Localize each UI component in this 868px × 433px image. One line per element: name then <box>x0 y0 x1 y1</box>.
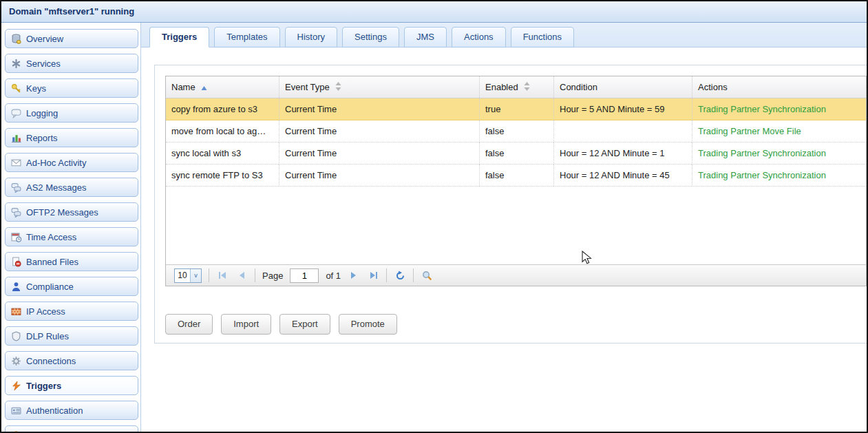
sidebar-item-label: AS2 Messages <box>26 182 86 193</box>
cell-actions-link[interactable]: Trading Partner Move File <box>692 120 866 142</box>
export-button[interactable]: Export <box>279 314 330 335</box>
tab-functions[interactable]: Functions <box>511 27 574 47</box>
sidebar-item-label: DLP Rules <box>26 331 69 341</box>
sidebar-item-users[interactable]: Users <box>5 425 138 432</box>
pager-divider <box>413 268 414 282</box>
page-label: Page <box>262 271 283 281</box>
gear-icon <box>11 356 21 366</box>
cell-event-type: Current Time <box>279 142 479 165</box>
chat-bubbles-icon <box>11 207 21 218</box>
table-row[interactable]: sync remote FTP to S3 Current Time false… <box>166 165 866 187</box>
cell-event-type: Current Time <box>279 165 479 187</box>
tab-bar: Triggers Templates History Settings JMS … <box>141 23 867 47</box>
cell-actions-link[interactable]: Trading Partner Synchronization <box>692 98 866 120</box>
window-title: Domain "mftserver1" running <box>9 6 134 17</box>
calendar-clock-icon <box>11 232 21 242</box>
tab-triggers[interactable]: Triggers <box>149 27 209 47</box>
title-bar: Domain "mftserver1" running <box>1 1 867 23</box>
first-page-button[interactable] <box>216 269 229 282</box>
sidebar-item-banned-files[interactable]: Banned Files <box>5 252 138 271</box>
sidebar-item-overview[interactable]: Overview <box>5 29 138 48</box>
sidebar-item-label: Ad-Hoc Activity <box>26 158 86 168</box>
sidebar-item-authentication[interactable]: Authentication <box>5 401 138 420</box>
sidebar-item-label: Users <box>26 430 50 432</box>
sidebar-item-services[interactable]: Services <box>5 54 138 73</box>
sidebar-item-ip-access[interactable]: IP Access <box>5 302 138 321</box>
sidebar-item-label: Connections <box>26 356 76 366</box>
tab-history[interactable]: History <box>285 27 337 47</box>
trigger-flash-icon <box>11 381 21 391</box>
pager-divider <box>209 268 209 282</box>
cell-actions-link[interactable]: Trading Partner Synchronization <box>692 165 866 187</box>
cell-condition: Hour = 5 AND Minute = 59 <box>553 98 692 120</box>
last-page-button[interactable] <box>367 269 379 282</box>
sidebar-item-compliance[interactable]: Compliance <box>5 277 138 296</box>
tab-templates[interactable]: Templates <box>214 27 279 47</box>
sidebar-item-label: IP Access <box>26 306 65 317</box>
sidebar-item-label: Services <box>26 59 61 69</box>
sidebar-item-label: OFTP2 Messages <box>26 207 98 218</box>
search-button[interactable] <box>421 269 433 282</box>
sidebar-item-label: Triggers <box>26 381 61 391</box>
promote-button[interactable]: Promote <box>339 314 397 335</box>
page-size-select[interactable]: 10 v <box>174 268 202 283</box>
database-icon <box>11 34 21 44</box>
refresh-button[interactable] <box>394 269 406 282</box>
sidebar-item-oftp2-messages[interactable]: OFTP2 Messages <box>5 202 138 222</box>
import-button[interactable]: Import <box>221 314 271 335</box>
cell-enabled: true <box>479 98 553 120</box>
sidebar-item-label: Authentication <box>26 405 83 416</box>
table-row[interactable]: copy from azure to s3 Current Time true … <box>166 98 866 120</box>
sort-both-icon <box>335 77 341 98</box>
sidebar-item-as2-messages[interactable]: AS2 Messages <box>5 178 138 197</box>
pager-divider <box>386 268 387 282</box>
cell-actions-link[interactable]: Trading Partner Synchronization <box>692 142 866 165</box>
pagination-bar: 10 v Page of 1 <box>166 264 866 286</box>
sidebar-item-dlp-rules[interactable]: DLP Rules <box>5 326 138 346</box>
table-actions-row: Order Import Export Promote <box>165 314 397 335</box>
page-count-label: of 1 <box>326 271 341 281</box>
services-icon <box>11 59 21 69</box>
key-icon <box>11 83 21 94</box>
sidebar-item-adhoc-activity[interactable]: Ad-Hoc Activity <box>5 153 138 172</box>
sidebar-item-label: Time Access <box>26 232 76 242</box>
column-header-event-type[interactable]: Event Type <box>279 76 479 98</box>
column-header-actions[interactable]: Actions <box>692 76 866 98</box>
user-orange-icon <box>11 430 21 432</box>
next-page-button[interactable] <box>348 269 360 282</box>
speech-bubble-icon <box>11 108 21 118</box>
tab-actions[interactable]: Actions <box>452 27 506 47</box>
cell-condition: Hour = 12 AND Minute = 45 <box>553 165 692 187</box>
cell-enabled: false <box>479 165 553 187</box>
shield-icon <box>11 331 21 341</box>
sidebar-item-label: Reports <box>26 133 58 143</box>
cell-name: move from local to ag… <box>166 120 279 142</box>
tab-jms[interactable]: JMS <box>404 27 447 47</box>
sidebar-item-label: Overview <box>26 34 63 44</box>
column-header-name[interactable]: Name <box>166 76 279 98</box>
table-row[interactable]: move from local to ag… Current Time fals… <box>166 120 866 142</box>
tab-settings[interactable]: Settings <box>342 27 399 47</box>
id-card-icon <box>11 405 21 416</box>
triggers-table: Name Event Type Enabled Condition <box>165 76 867 286</box>
envelope-icon <box>11 158 21 168</box>
sidebar-item-time-access[interactable]: Time Access <box>5 227 138 246</box>
sidebar-item-keys[interactable]: Keys <box>5 78 138 98</box>
cell-event-type: Current Time <box>279 98 479 120</box>
sidebar-item-reports[interactable]: Reports <box>5 128 138 147</box>
sidebar-item-logging[interactable]: Logging <box>5 103 138 123</box>
content-area: Triggers Templates History Settings JMS … <box>140 23 867 432</box>
app-window: Domain "mftserver1" running Overview Ser… <box>0 0 868 433</box>
page-input[interactable] <box>290 268 319 283</box>
sidebar-item-connections[interactable]: Connections <box>5 351 138 370</box>
table-row[interactable]: sync local with s3 Current Time false Ho… <box>166 142 866 165</box>
order-button[interactable]: Order <box>165 314 213 335</box>
column-header-enabled[interactable]: Enabled <box>479 76 553 98</box>
sidebar: Overview Services Keys Logging Reports A… <box>1 23 140 432</box>
prev-page-button[interactable] <box>235 269 248 282</box>
bar-chart-icon <box>11 133 21 143</box>
column-header-condition[interactable]: Condition <box>553 76 692 98</box>
sidebar-item-triggers[interactable]: Triggers <box>5 376 138 395</box>
table-header: Name Event Type Enabled Condition <box>166 76 866 98</box>
triggers-panel: Name Event Type Enabled Condition <box>154 65 867 344</box>
